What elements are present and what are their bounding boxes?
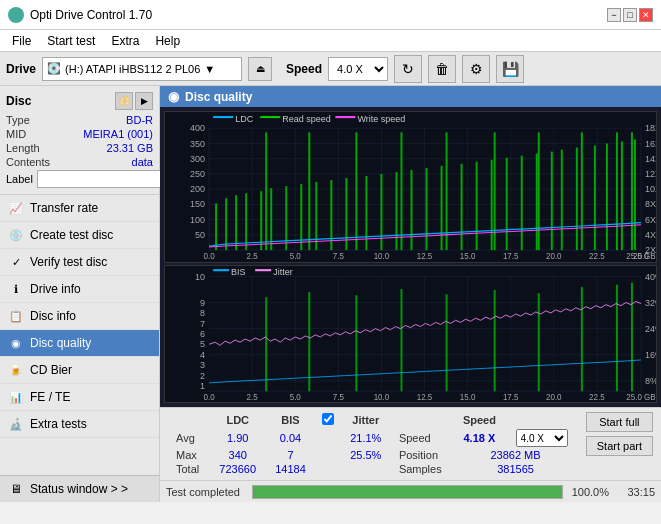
erase-button[interactable]: 🗑 [428, 55, 456, 83]
disc-type-label: Type [6, 114, 30, 126]
status-window[interactable]: 🖥 Status window > > [0, 475, 159, 502]
disc-type-value: BD-R [126, 114, 153, 126]
chart2-svg: 10 9 8 7 6 5 4 3 2 1 40% 32% [165, 266, 656, 402]
svg-rect-142 [400, 289, 402, 391]
sidebar-item-drive-info[interactable]: ℹ Drive info [0, 276, 159, 303]
menu-extra[interactable]: Extra [103, 32, 147, 50]
sidebar-item-label: FE / TE [30, 390, 70, 404]
svg-text:5.0: 5.0 [290, 252, 302, 261]
start-full-button[interactable]: Start full [586, 412, 653, 432]
sidebar-item-label: Create test disc [30, 228, 113, 242]
max-bis: 7 [266, 448, 316, 462]
col-header-bis: BIS [266, 412, 316, 428]
svg-text:16X: 16X [645, 138, 656, 148]
svg-text:200: 200 [190, 184, 205, 194]
svg-rect-148 [631, 283, 633, 392]
sidebar-item-verify-test-disc[interactable]: ✓ Verify test disc [0, 249, 159, 276]
disc-length-row: Length 23.31 GB [6, 142, 153, 154]
svg-text:2.5: 2.5 [247, 393, 259, 402]
sidebar-item-disc-info[interactable]: 📋 Disc info [0, 303, 159, 330]
sidebar-item-transfer-rate[interactable]: 📈 Transfer rate [0, 195, 159, 222]
svg-rect-68 [411, 170, 413, 250]
svg-text:1: 1 [200, 381, 205, 391]
disc-panel-header: Disc 📀 ▶ [6, 92, 153, 110]
svg-text:15.0: 15.0 [460, 252, 476, 261]
stats-row-total: Total 723660 14184 Samples 381565 [168, 462, 578, 476]
svg-rect-56 [270, 188, 272, 250]
drive-select-container: 💽 (H:) ATAPI iHBS112 2 PL06 ▼ [42, 57, 242, 81]
sidebar-item-extra-tests[interactable]: 🔬 Extra tests [0, 411, 159, 438]
menu-start-test[interactable]: Start test [39, 32, 103, 50]
svg-text:32%: 32% [645, 298, 656, 308]
speed-select[interactable]: 4.0 X 2.0 X 1.0 X [328, 57, 388, 81]
close-button[interactable]: ✕ [639, 8, 653, 22]
svg-rect-77 [521, 156, 523, 250]
menu-help[interactable]: Help [147, 32, 188, 50]
svg-rect-78 [536, 154, 538, 250]
drive-bar: Drive 💽 (H:) ATAPI iHBS112 2 PL06 ▼ ⏏ Sp… [0, 52, 661, 86]
svg-rect-81 [561, 150, 563, 251]
total-ldc: 723660 [210, 462, 266, 476]
sidebar-item-label: Drive info [30, 282, 81, 296]
total-label: Total [168, 462, 210, 476]
jitter-checkbox[interactable] [322, 413, 334, 425]
svg-rect-72 [461, 164, 463, 250]
svg-text:Write speed: Write speed [357, 114, 405, 124]
status-window-icon: 🖥 [8, 481, 24, 497]
settings-button[interactable]: ⚙ [462, 55, 490, 83]
disc-length-value: 23.31 GB [107, 142, 153, 154]
col-header-ldc: LDC [210, 412, 266, 428]
speed-result-select[interactable]: 4.0 X [516, 429, 568, 447]
max-ldc: 340 [210, 448, 266, 462]
sidebar-item-fe-te[interactable]: 📊 FE / TE [0, 384, 159, 411]
svg-rect-141 [355, 296, 357, 392]
disc-icon-btn-2[interactable]: ▶ [135, 92, 153, 110]
verify-test-disc-icon: ✓ [8, 254, 24, 270]
save-button[interactable]: 💾 [496, 55, 524, 83]
svg-text:22.5: 22.5 [589, 252, 605, 261]
sidebar-item-disc-quality[interactable]: ◉ Disc quality [0, 330, 159, 357]
svg-text:2: 2 [200, 371, 205, 381]
sidebar-item-cd-bier[interactable]: 🍺 CD Bier [0, 357, 159, 384]
svg-rect-87 [621, 141, 623, 250]
title-bar-left: Opti Drive Control 1.70 [8, 7, 152, 23]
svg-text:12.5: 12.5 [417, 393, 433, 402]
status-window-label: Status window > > [30, 482, 128, 496]
samples-value: 381565 [453, 462, 577, 476]
svg-text:5: 5 [200, 340, 205, 350]
svg-rect-147 [616, 285, 618, 391]
disc-contents-label: Contents [6, 156, 50, 168]
maximize-button[interactable]: □ [623, 8, 637, 22]
avg-speed-label: Speed [391, 428, 453, 448]
sidebar-item-create-test-disc[interactable]: 💿 Create test disc [0, 222, 159, 249]
svg-text:16%: 16% [645, 350, 656, 360]
start-part-button[interactable]: Start part [586, 436, 653, 456]
progress-bar-bg [252, 485, 563, 499]
svg-text:0.0: 0.0 [204, 393, 216, 402]
svg-rect-139 [265, 298, 267, 392]
svg-rect-65 [380, 174, 382, 250]
svg-text:5.0: 5.0 [290, 393, 302, 402]
disc-icon-btn-1[interactable]: 📀 [115, 92, 133, 110]
svg-text:8X: 8X [645, 199, 656, 209]
samples-label: Samples [391, 462, 453, 476]
sidebar-item-label: Verify test disc [30, 255, 107, 269]
menu-file[interactable]: File [4, 32, 39, 50]
stats-table: LDC BIS Jitter Speed Avg 1.90 0.04 [168, 412, 578, 476]
svg-text:17.5: 17.5 [503, 252, 519, 261]
refresh-button[interactable]: ↻ [394, 55, 422, 83]
svg-text:7.5: 7.5 [333, 393, 345, 402]
svg-rect-67 [400, 132, 402, 250]
minimize-button[interactable]: − [607, 8, 621, 22]
chart2-container: 10 9 8 7 6 5 4 3 2 1 40% 32% [164, 265, 657, 403]
total-bis: 14184 [266, 462, 316, 476]
progress-bar-fill [253, 486, 562, 498]
svg-text:18X: 18X [645, 123, 656, 133]
eject-button[interactable]: ⏏ [248, 57, 272, 81]
svg-text:50: 50 [195, 230, 205, 240]
svg-text:24%: 24% [645, 324, 656, 334]
svg-text:17.5: 17.5 [503, 393, 519, 402]
svg-rect-50 [215, 203, 217, 250]
stats-row-avg: Avg 1.90 0.04 21.1% Speed 4.18 X 4.0 X [168, 428, 578, 448]
svg-rect-89 [634, 139, 636, 250]
